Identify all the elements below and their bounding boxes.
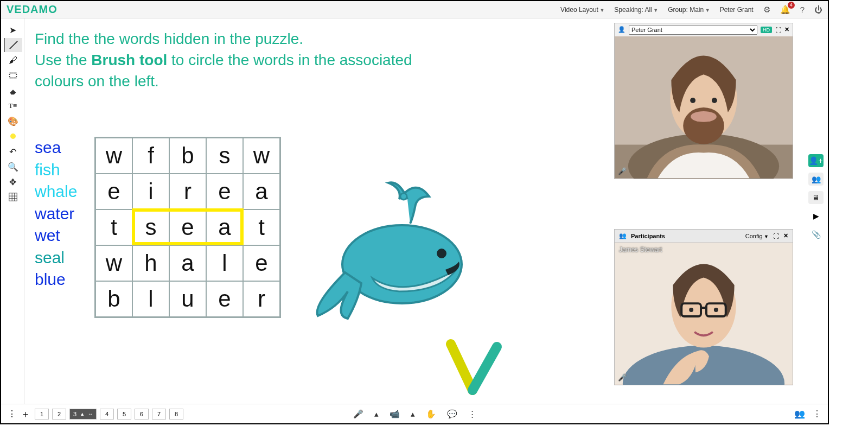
page-tab[interactable]: 1 (35, 409, 49, 419)
video-panel-header: 👤 Peter Grant HD ⛶ ✕ (615, 23, 793, 36)
svg-point-25 (689, 308, 693, 312)
close-icon[interactable]: ✕ (783, 232, 788, 239)
grid-cell: w (95, 245, 132, 281)
hand-raise-icon[interactable]: ✋ (426, 409, 436, 419)
palette-tool[interactable]: 🎨 (4, 114, 22, 128)
camera-toggle-icon[interactable]: 📹 (390, 409, 400, 419)
grid-cell: a (206, 209, 243, 245)
bottom-more-icon[interactable]: ⋮ (813, 409, 821, 419)
bottom-right-controls: 👥 ⋮ (794, 409, 821, 419)
mic-toggle-icon[interactable]: 🎤 (353, 409, 363, 419)
page-tab[interactable]: 7 (152, 409, 166, 419)
speaking-dropdown[interactable]: Speaking: All (614, 6, 658, 14)
topbar-right: Video Layout Speaking: All Group: Main P… (560, 5, 822, 15)
right-rail: 👤+ 👥 🖥 ▶ 📎 (804, 18, 828, 404)
whale-image (307, 169, 475, 332)
word-item: fish (35, 159, 77, 181)
grid-tool[interactable] (4, 190, 22, 204)
participants-panel[interactable]: 👥 Participants Config ⛶ ✕ James Stewart … (614, 229, 793, 385)
group-icon[interactable]: 👥 (794, 409, 805, 419)
svg-rect-1 (9, 73, 16, 78)
color-indicator[interactable] (4, 129, 22, 143)
video-layout-dropdown[interactable]: Video Layout (560, 6, 604, 14)
word-item: blue (35, 269, 77, 291)
undo-tool[interactable]: ↶ (4, 144, 22, 158)
word-item: seal (35, 247, 77, 269)
play-icon[interactable]: ▶ (808, 209, 824, 223)
add-participant-icon[interactable]: 👤+ (808, 154, 824, 167)
line-tool[interactable] (4, 38, 22, 52)
notif-badge: 4 (788, 2, 795, 9)
camera-more-icon[interactable]: ▴ (411, 409, 415, 419)
fullscreen-icon[interactable]: ⛶ (775, 27, 781, 33)
chat-icon[interactable]: 💬 (447, 409, 457, 419)
topbar: VEDAMO Video Layout Speaking: All Group:… (1, 1, 828, 18)
grid-cell: e (206, 281, 243, 317)
brush-tool[interactable]: 🖌 (4, 53, 22, 67)
video-panel[interactable]: 👤 Peter Grant HD ⛶ ✕ 🎤 (614, 23, 793, 179)
username-label: Peter Grant (720, 6, 754, 14)
grid-cell: e (206, 174, 243, 209)
rectangle-tool[interactable] (4, 68, 22, 82)
svg-point-18 (712, 98, 717, 103)
pointer-tool[interactable]: ➤ (4, 23, 22, 37)
power-icon[interactable]: ⏻ (814, 5, 822, 14)
svg-point-26 (714, 308, 718, 312)
attachment-icon[interactable]: 📎 (808, 228, 824, 241)
screen-share-icon[interactable]: 🖥 (808, 191, 824, 204)
participants-config-dropdown[interactable]: Config (745, 233, 769, 239)
pagebar-menu-icon[interactable]: ⋮ (8, 409, 16, 419)
grid-cell: s (206, 138, 243, 174)
grid-cell: l (206, 245, 243, 281)
text-tool[interactable]: T≡ (4, 99, 22, 113)
bottom-center-controls: 🎤 ▴ 📹 ▴ ✋ 💬 ⋮ (353, 409, 476, 419)
fullscreen-icon[interactable]: ⛶ (773, 233, 779, 239)
instruction-line2b: Brush tool (91, 52, 167, 68)
close-icon[interactable]: ✕ (784, 26, 789, 33)
mic-more-icon[interactable]: ▴ (374, 409, 379, 419)
instruction-line2a: Use the (35, 52, 91, 68)
video-feed-participant: James Stewart 🎤 (615, 243, 793, 385)
page-tab[interactable]: 4 (100, 409, 114, 419)
mic-icon: 🎤 (618, 373, 627, 382)
group-dropdown[interactable]: Group: Main (668, 6, 710, 14)
svg-point-17 (690, 98, 695, 103)
page-tabs: 123 ▲ ↔45678 (35, 409, 183, 419)
eraser-tool[interactable] (4, 84, 22, 98)
participants-panel-icon[interactable]: 👥 (808, 173, 824, 186)
instruction-text: Find the the words hidden in the puzzle.… (35, 28, 412, 92)
grid-cell: u (169, 281, 206, 317)
word-list: seafishwhalewaterwetsealblue (35, 137, 77, 291)
svg-point-9 (400, 193, 407, 200)
instruction-line2c: to circle the words in the associated (167, 52, 412, 68)
word-item: whale (35, 181, 77, 203)
page-tab[interactable]: 2 (52, 409, 66, 419)
grid-cell: b (95, 281, 132, 317)
page-tab[interactable]: 5 (117, 409, 131, 419)
page-tab[interactable]: 8 (169, 409, 183, 419)
fit-tool[interactable]: ✥ (4, 175, 22, 189)
grid-cell: a (169, 245, 206, 281)
participants-title: Participants (631, 233, 665, 239)
page-tab[interactable]: 3 ▲ ↔ (69, 409, 97, 419)
zoom-tool[interactable]: 🔍 (4, 160, 22, 174)
gear-icon[interactable]: ⚙ (763, 5, 770, 15)
person-icon: 👤 (618, 26, 626, 33)
video-user-select[interactable]: Peter Grant (629, 25, 757, 35)
mic-icon: 🎤 (618, 167, 627, 175)
bell-icon[interactable]: 🔔4 (780, 5, 790, 15)
svg-marker-2 (10, 90, 16, 94)
grid-cell: w (95, 138, 132, 174)
page-tab[interactable]: 6 (135, 409, 149, 419)
grid-cell: f (132, 138, 169, 174)
grid-cell: r (169, 174, 206, 209)
svg-rect-3 (9, 193, 16, 201)
add-page-button[interactable]: ＋ (21, 408, 30, 421)
instruction-line1: Find the the words hidden in the puzzle. (35, 30, 303, 47)
more-icon[interactable]: ⋮ (468, 409, 476, 419)
v-drawing (443, 339, 508, 404)
instruction-line3: colours on the left. (35, 73, 159, 90)
word-item: wet (35, 225, 77, 247)
help-icon[interactable]: ? (800, 5, 805, 14)
hd-badge: HD (761, 27, 772, 33)
